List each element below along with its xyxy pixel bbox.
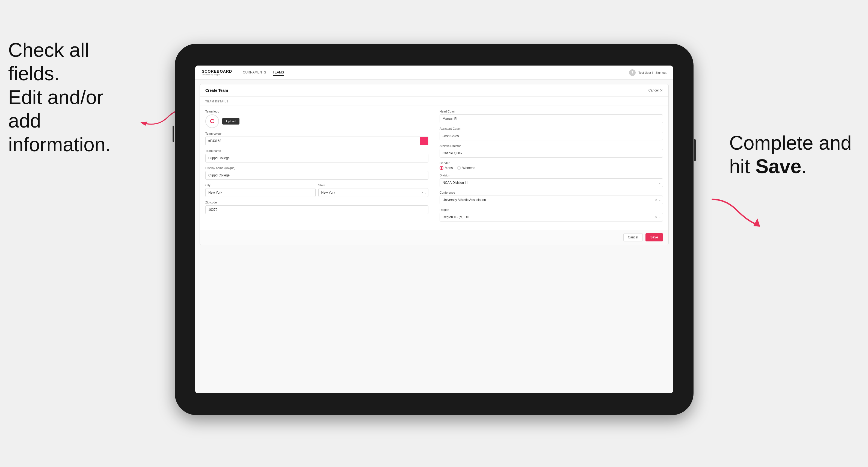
avatar: T	[629, 69, 636, 76]
state-subgroup: State New York ✕ ⌄	[318, 184, 429, 197]
head-coach-label: Head Coach	[440, 110, 663, 113]
assistant-coach-label: Assistant Coach	[440, 127, 663, 130]
clear-icon[interactable]: ✕	[655, 216, 657, 219]
zip-code-group: Zip code	[205, 201, 428, 214]
instruction-right-line1: Complete and	[729, 132, 851, 154]
signout-link[interactable]: Sign out	[656, 71, 666, 74]
athletic-director-input[interactable]	[440, 149, 663, 158]
city-label: City	[205, 184, 316, 187]
division-select[interactable]: NCAA Division III	[440, 178, 663, 187]
logo-area: C Upload	[205, 115, 428, 128]
team-colour-group: Team colour	[205, 132, 428, 145]
main-content: Create Team Cancel ✕ TEAM DETAILS Team l…	[195, 80, 673, 393]
conference-select-icons: ✕ ⌄	[655, 198, 661, 202]
brand-logo: SCOREBOARD Powered by clippd	[202, 69, 232, 76]
region-label: Region	[440, 208, 663, 211]
zip-label: Zip code	[205, 201, 428, 204]
create-team-panel: Create Team Cancel ✕ TEAM DETAILS Team l…	[199, 84, 669, 245]
tablet-side-button-right	[694, 139, 696, 161]
zip-input[interactable]	[205, 206, 428, 214]
gender-womens-label: Womens	[462, 166, 475, 170]
instruction-right: Complete and hit Save.	[729, 131, 851, 178]
gender-options: Mens Womens	[440, 166, 663, 170]
division-label: Division	[440, 174, 663, 177]
colour-swatch[interactable]	[420, 136, 428, 145]
assistant-coach-group: Assistant Coach	[440, 127, 663, 141]
state-select[interactable]: New York	[318, 188, 429, 197]
user-name: Test User |	[639, 71, 653, 74]
city-state-group: City State New York	[205, 184, 428, 197]
brand-title: SCOREBOARD	[202, 69, 232, 73]
conference-group: Conference University Athletic Associati…	[440, 191, 663, 204]
team-name-input[interactable]	[205, 154, 428, 162]
city-input[interactable]	[205, 188, 316, 197]
colour-row	[205, 136, 428, 145]
nav-tournaments[interactable]: TOURNAMENTS	[241, 69, 266, 76]
gender-womens-option[interactable]: Womens	[457, 166, 475, 170]
instruction-left: Check all fields. Edit and/or add inform…	[8, 38, 134, 156]
instruction-line3: information.	[8, 133, 111, 155]
conference-dropdown-wrapper: University Athletic Association ✕ ⌄	[440, 195, 663, 204]
clear-icon[interactable]: ✕	[655, 198, 657, 202]
division-dropdown-wrapper: NCAA Division III ⌄	[440, 178, 663, 187]
team-colour-input[interactable]	[205, 136, 420, 145]
nav-links: TOURNAMENTS TEAMS	[241, 69, 629, 76]
head-coach-input[interactable]	[440, 115, 663, 123]
save-button[interactable]: Save	[646, 233, 663, 242]
brand-subtitle: Powered by clippd	[202, 73, 232, 76]
radio-mens-dot	[440, 166, 443, 170]
form-body: Team logo C Upload Team colour	[200, 105, 669, 230]
head-coach-group: Head Coach	[440, 110, 663, 123]
form-title: Create Team	[205, 88, 228, 93]
team-logo-group: Team logo C Upload	[205, 110, 428, 128]
nav-user-area: T Test User | Sign out	[629, 69, 666, 76]
instruction-line2: Edit and/or add	[8, 86, 103, 132]
conference-select[interactable]: University Athletic Association	[440, 195, 663, 204]
conference-label: Conference	[440, 191, 663, 194]
assistant-coach-input[interactable]	[440, 132, 663, 141]
upload-button[interactable]: Upload	[222, 118, 240, 125]
svg-marker-0	[140, 122, 148, 126]
cancel-top-button[interactable]: Cancel ✕	[649, 88, 663, 93]
display-name-group: Display name (unique)	[205, 166, 428, 180]
display-name-input[interactable]	[205, 171, 428, 180]
instruction-right-line2: hit Save.	[729, 155, 807, 177]
athletic-director-label: Athletic Director	[440, 144, 663, 148]
region-select[interactable]: Region II - (M) DIII	[440, 213, 663, 221]
chevron-down-icon: ⌄	[658, 181, 661, 184]
logo-circle: C	[205, 115, 219, 128]
team-logo-label: Team logo	[205, 110, 428, 113]
gender-mens-option[interactable]: Mens	[440, 166, 453, 170]
tablet-device: SCOREBOARD Powered by clippd TOURNAMENTS…	[175, 44, 693, 415]
division-select-icons: ⌄	[658, 181, 661, 184]
team-name-label: Team name	[205, 149, 428, 152]
cancel-top-label: Cancel	[649, 89, 658, 92]
gender-mens-label: Mens	[445, 166, 453, 170]
logo-letter: C	[210, 118, 214, 125]
region-select-icons: ✕ ⌄	[655, 216, 661, 219]
form-right-column: Head Coach Assistant Coach Athletic Dire…	[434, 105, 669, 230]
top-navigation: SCOREBOARD Powered by clippd TOURNAMENTS…	[195, 66, 673, 80]
region-group: Region Region II - (M) DIII ✕ ⌄	[440, 208, 663, 221]
team-name-group: Team name	[205, 149, 428, 162]
region-dropdown-wrapper: Region II - (M) DIII ✕ ⌄	[440, 213, 663, 221]
gender-label: Gender	[440, 161, 663, 165]
gender-group: Gender Mens Womens	[440, 161, 663, 170]
close-icon: ✕	[660, 88, 663, 93]
form-header: Create Team Cancel ✕	[200, 84, 669, 97]
athletic-director-group: Athletic Director	[440, 144, 663, 158]
city-state-row: City State New York	[205, 184, 428, 197]
chevron-down-icon: ⌄	[424, 191, 426, 194]
instruction-line1: Check all fields.	[8, 39, 89, 84]
cancel-footer-button[interactable]: Cancel	[623, 233, 643, 242]
clear-icon[interactable]: ✕	[421, 191, 424, 194]
chevron-down-icon: ⌄	[658, 198, 661, 201]
state-select-wrapper: New York ✕ ⌄	[318, 188, 429, 197]
form-left-column: Team logo C Upload Team colour	[200, 105, 434, 230]
nav-teams[interactable]: TEAMS	[273, 69, 284, 76]
team-colour-label: Team colour	[205, 132, 428, 135]
arrow-right-icon	[704, 197, 764, 229]
division-group: Division NCAA Division III ⌄	[440, 174, 663, 187]
section-label: TEAM DETAILS	[200, 97, 669, 105]
tablet-screen: SCOREBOARD Powered by clippd TOURNAMENTS…	[195, 66, 673, 393]
